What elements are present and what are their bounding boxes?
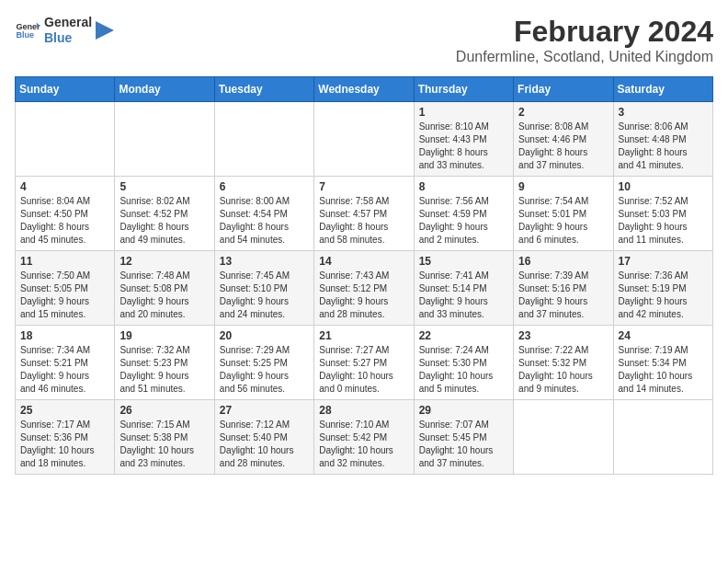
calendar-cell: 4Sunrise: 8:04 AM Sunset: 4:50 PM Daylig… [16,177,115,251]
cell-content: Sunrise: 7:17 AM Sunset: 5:36 PM Dayligh… [20,419,109,470]
calendar-cell: 9Sunrise: 7:54 AM Sunset: 5:01 PM Daylig… [514,177,613,251]
header-tuesday: Tuesday [214,77,313,102]
header-wednesday: Wednesday [314,77,414,102]
calendar-cell: 15Sunrise: 7:41 AM Sunset: 5:14 PM Dayli… [414,251,513,326]
day-number: 6 [220,180,309,193]
calendar-week-2: 4Sunrise: 8:04 AM Sunset: 4:50 PM Daylig… [16,177,713,251]
day-number: 1 [419,106,508,119]
cell-content: Sunrise: 7:52 AM Sunset: 5:03 PM Dayligh… [619,195,708,247]
calendar-cell: 1Sunrise: 8:10 AM Sunset: 4:43 PM Daylig… [414,102,513,177]
day-number: 8 [419,180,508,193]
day-number: 27 [220,404,309,417]
day-number: 15 [419,255,508,268]
cell-content: Sunrise: 7:36 AM Sunset: 5:19 PM Dayligh… [619,270,708,321]
day-number: 9 [518,180,608,193]
cell-content: Sunrise: 8:06 AM Sunset: 4:48 PM Dayligh… [619,121,708,172]
cell-content: Sunrise: 8:08 AM Sunset: 4:46 PM Dayligh… [518,121,608,172]
calendar-cell: 22Sunrise: 7:24 AM Sunset: 5:30 PM Dayli… [414,326,513,400]
calendar-cell: 16Sunrise: 7:39 AM Sunset: 5:16 PM Dayli… [514,251,613,326]
calendar-cell: 14Sunrise: 7:43 AM Sunset: 5:12 PM Dayli… [314,251,414,326]
day-number: 18 [20,329,109,342]
day-number: 2 [518,106,608,119]
calendar-cell [214,102,313,177]
day-number: 5 [119,180,209,193]
cell-content: Sunrise: 7:32 AM Sunset: 5:23 PM Dayligh… [119,344,209,396]
calendar-cell: 2Sunrise: 8:08 AM Sunset: 4:46 PM Daylig… [514,102,613,177]
cell-content: Sunrise: 7:19 AM Sunset: 5:34 PM Dayligh… [619,344,708,396]
cell-content: Sunrise: 8:04 AM Sunset: 4:50 PM Dayligh… [20,195,109,247]
cell-content: Sunrise: 8:00 AM Sunset: 4:54 PM Dayligh… [220,195,309,247]
calendar-week-5: 25Sunrise: 7:17 AM Sunset: 5:36 PM Dayli… [16,400,713,475]
day-number: 3 [619,106,708,119]
calendar-table: SundayMondayTuesdayWednesdayThursdayFrid… [15,76,713,475]
cell-content: Sunrise: 7:45 AM Sunset: 5:10 PM Dayligh… [220,270,309,321]
day-number: 25 [20,404,109,417]
logo-arrow-icon [96,21,114,40]
calendar-cell: 23Sunrise: 7:22 AM Sunset: 5:32 PM Dayli… [514,326,613,400]
cell-content: Sunrise: 7:10 AM Sunset: 5:42 PM Dayligh… [319,419,408,470]
calendar-cell: 11Sunrise: 7:50 AM Sunset: 5:05 PM Dayli… [16,251,115,326]
cell-content: Sunrise: 7:58 AM Sunset: 4:57 PM Dayligh… [319,195,408,247]
header-monday: Monday [115,77,214,102]
calendar-cell [16,102,115,177]
day-number: 26 [119,404,209,417]
page-title: February 2024 [456,15,713,49]
day-number: 13 [220,255,309,268]
calendar-cell: 26Sunrise: 7:15 AM Sunset: 5:38 PM Dayli… [115,400,214,475]
calendar-cell [613,400,712,475]
day-number: 22 [419,329,508,342]
calendar-cell: 29Sunrise: 7:07 AM Sunset: 5:45 PM Dayli… [414,400,513,475]
calendar-cell: 27Sunrise: 7:12 AM Sunset: 5:40 PM Dayli… [214,400,313,475]
calendar-cell: 12Sunrise: 7:48 AM Sunset: 5:08 PM Dayli… [115,251,214,326]
day-number: 19 [119,329,209,342]
cell-content: Sunrise: 7:12 AM Sunset: 5:40 PM Dayligh… [220,419,309,470]
calendar-cell: 8Sunrise: 7:56 AM Sunset: 4:59 PM Daylig… [414,177,513,251]
header-friday: Friday [514,77,613,102]
svg-text:Blue: Blue [16,30,34,40]
calendar-cell: 25Sunrise: 7:17 AM Sunset: 5:36 PM Dayli… [16,400,115,475]
day-number: 4 [20,180,109,193]
calendar-cell: 17Sunrise: 7:36 AM Sunset: 5:19 PM Dayli… [613,251,712,326]
svg-marker-3 [96,21,114,40]
calendar-cell: 6Sunrise: 8:00 AM Sunset: 4:54 PM Daylig… [214,177,313,251]
cell-content: Sunrise: 7:15 AM Sunset: 5:38 PM Dayligh… [119,419,209,470]
day-number: 14 [319,255,408,268]
calendar-cell: 21Sunrise: 7:27 AM Sunset: 5:27 PM Dayli… [314,326,414,400]
day-number: 16 [518,255,608,268]
day-number: 20 [220,329,309,342]
day-number: 23 [518,329,608,342]
calendar-cell: 19Sunrise: 7:32 AM Sunset: 5:23 PM Dayli… [115,326,214,400]
calendar-cell [115,102,214,177]
logo-general: General [44,15,92,29]
calendar-header-row: SundayMondayTuesdayWednesdayThursdayFrid… [16,77,713,102]
day-number: 17 [619,255,708,268]
cell-content: Sunrise: 7:39 AM Sunset: 5:16 PM Dayligh… [518,270,608,321]
title-area: February 2024 Dunfermline, Scotland, Uni… [456,15,713,65]
day-number: 24 [619,329,708,342]
cell-content: Sunrise: 7:56 AM Sunset: 4:59 PM Dayligh… [419,195,508,247]
day-number: 29 [419,404,508,417]
page-subtitle: Dunfermline, Scotland, United Kingdom [456,49,713,65]
calendar-cell: 5Sunrise: 8:02 AM Sunset: 4:52 PM Daylig… [115,177,214,251]
cell-content: Sunrise: 7:50 AM Sunset: 5:05 PM Dayligh… [20,270,109,321]
cell-content: Sunrise: 7:29 AM Sunset: 5:25 PM Dayligh… [220,344,309,396]
cell-content: Sunrise: 7:27 AM Sunset: 5:27 PM Dayligh… [319,344,408,396]
cell-content: Sunrise: 7:41 AM Sunset: 5:14 PM Dayligh… [419,270,508,321]
calendar-week-3: 11Sunrise: 7:50 AM Sunset: 5:05 PM Dayli… [16,251,713,326]
cell-content: Sunrise: 7:43 AM Sunset: 5:12 PM Dayligh… [319,270,408,321]
cell-content: Sunrise: 7:24 AM Sunset: 5:30 PM Dayligh… [419,344,508,396]
day-number: 10 [619,180,708,193]
header-thursday: Thursday [414,77,513,102]
cell-content: Sunrise: 8:02 AM Sunset: 4:52 PM Dayligh… [119,195,209,247]
cell-content: Sunrise: 7:34 AM Sunset: 5:21 PM Dayligh… [20,344,109,396]
day-number: 7 [319,180,408,193]
calendar-cell: 10Sunrise: 7:52 AM Sunset: 5:03 PM Dayli… [613,177,712,251]
logo: General Blue General Blue [15,15,114,46]
calendar-week-4: 18Sunrise: 7:34 AM Sunset: 5:21 PM Dayli… [16,326,713,400]
day-number: 21 [319,329,408,342]
day-number: 12 [119,255,209,268]
calendar-cell: 20Sunrise: 7:29 AM Sunset: 5:25 PM Dayli… [214,326,313,400]
cell-content: Sunrise: 8:10 AM Sunset: 4:43 PM Dayligh… [419,121,508,172]
calendar-cell: 24Sunrise: 7:19 AM Sunset: 5:34 PM Dayli… [613,326,712,400]
cell-content: Sunrise: 7:07 AM Sunset: 5:45 PM Dayligh… [419,419,508,470]
